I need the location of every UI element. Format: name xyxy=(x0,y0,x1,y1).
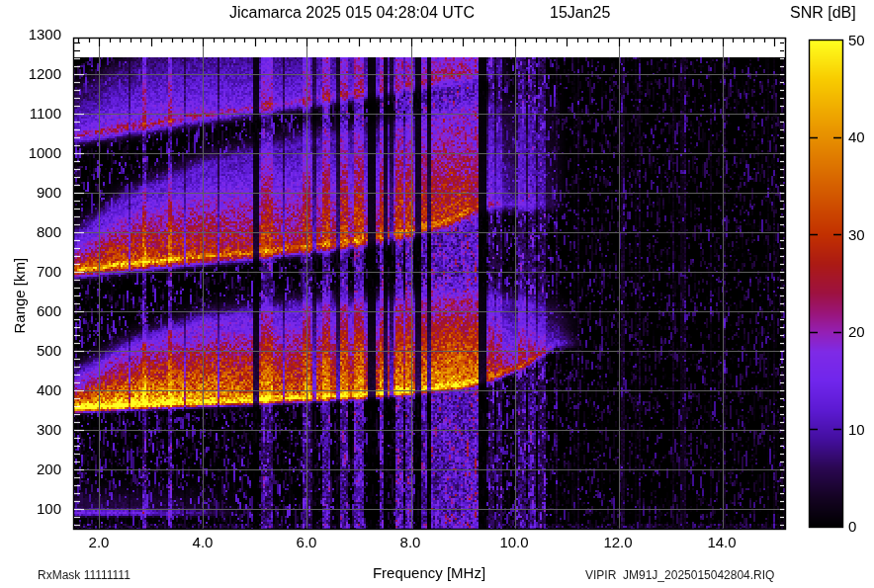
plot-date: 15Jan25 xyxy=(550,4,610,22)
y-tick-1100: 1100 xyxy=(2,105,61,122)
cb-tick-30: 30 xyxy=(848,226,865,243)
data-filename-label: VIPIR JM91J_2025015042804.RIQ xyxy=(585,568,774,582)
y-tick-900: 900 xyxy=(2,184,61,201)
cb-tick-0: 0 xyxy=(848,518,856,535)
cb-tick-40: 40 xyxy=(848,128,865,145)
x-tick-6: 6.0 xyxy=(281,534,332,550)
cb-tick-50: 50 xyxy=(848,32,865,48)
ionogram-heatmap-canvas xyxy=(0,0,874,588)
y-tick-500: 500 xyxy=(2,342,61,359)
x-tick-8: 8.0 xyxy=(385,534,436,550)
y-tick-1000: 1000 xyxy=(2,144,61,161)
y-tick-100: 100 xyxy=(2,500,61,517)
ionogram-page: { "header": { "title": "Jicamarca 2025 0… xyxy=(0,0,874,588)
plot-title: Jicamarca 2025 015 04:28:04 UTC xyxy=(229,4,475,22)
y-tick-200: 200 xyxy=(2,461,61,477)
cb-tick-10: 10 xyxy=(848,421,865,438)
x-tick-4: 4.0 xyxy=(177,534,228,550)
colorbar-title: SNR [dB] xyxy=(790,4,856,22)
y-tick-300: 300 xyxy=(2,421,61,438)
y-axis-title: Range [km] xyxy=(11,235,28,334)
y-tick-1300: 1300 xyxy=(2,26,61,42)
x-tick-10: 10.0 xyxy=(488,534,540,550)
x-tick-2: 2.0 xyxy=(73,534,125,550)
cb-tick-20: 20 xyxy=(848,323,865,340)
y-tick-400: 400 xyxy=(2,381,61,398)
y-tick-1200: 1200 xyxy=(2,65,61,82)
x-axis-title: Frequency [MHz] xyxy=(330,564,528,581)
x-tick-14: 14.0 xyxy=(696,534,747,550)
x-tick-12: 12.0 xyxy=(592,534,644,550)
rx-mask-label: RxMask 11111111 xyxy=(38,568,131,582)
